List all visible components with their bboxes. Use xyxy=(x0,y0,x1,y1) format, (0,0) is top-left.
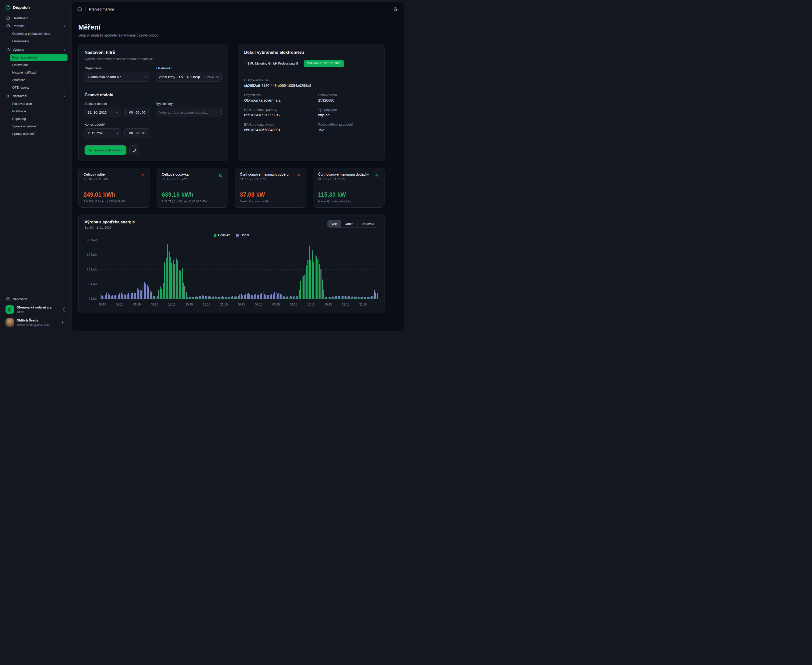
sidebar-item-prochazet-mereni[interactable]: Procházet měření xyxy=(10,54,67,61)
sidebar-toggle-icon[interactable] xyxy=(77,7,82,11)
serial-label: Sériové číslo xyxy=(318,93,378,97)
content: Měření Detailní analýza spotřeby za vybr… xyxy=(72,17,404,331)
bar xyxy=(115,295,116,299)
sidebar-item-planovac-uloh[interactable]: Plánovač úloh xyxy=(10,100,67,107)
bar xyxy=(341,296,342,299)
bar xyxy=(235,296,236,299)
bar xyxy=(122,294,123,299)
top-grid: Nastavení filtrů Vyberte elektroměr a ča… xyxy=(78,44,385,161)
bar xyxy=(308,260,308,299)
bar xyxy=(128,293,129,299)
end-date-select[interactable]: 2. 11. 2025 xyxy=(85,128,121,138)
sidebar-item-reporting[interactable]: Reporting xyxy=(10,115,67,122)
sidebar-item-odberna-mista[interactable]: Odběrná a předávací místa xyxy=(10,30,67,37)
start-time-input[interactable]: 00 : 00 : 00 xyxy=(124,108,151,117)
bar xyxy=(109,295,110,299)
bar xyxy=(231,296,232,299)
bar xyxy=(161,289,162,299)
sidebar-item-sprava-uzivatelu[interactable]: Správa uživatelů xyxy=(10,130,67,138)
bar xyxy=(316,256,317,299)
user-menu[interactable]: Oldřich Šveda oldrich.sveda@gmail.com ⋮ xyxy=(4,316,67,329)
x-tick-label: 09:15 xyxy=(151,303,158,306)
detail-org-field: Organizace Olomoucká solární a.s. xyxy=(244,93,313,102)
end-time-input[interactable]: 00 : 00 : 00 xyxy=(124,128,151,138)
stat-title: Celková dodávka xyxy=(162,172,188,176)
bar xyxy=(173,260,174,299)
meter-value: Areál firmy + FVE 405 kWp xyxy=(159,75,202,79)
measurement-count-value: 193 xyxy=(318,128,378,132)
analyze-button[interactable]: Analyzovat období xyxy=(85,145,126,155)
x-tick-label: 03:15 xyxy=(255,303,262,306)
toggle-odber[interactable]: Odběr xyxy=(341,220,357,228)
bar xyxy=(225,297,226,299)
sidebar-item-dashboard[interactable]: Dashboard xyxy=(4,14,67,22)
quick-filters-select[interactable]: Vyberte přednastavené období... xyxy=(156,108,222,117)
bar xyxy=(344,296,344,299)
sidebar-item-elektromery[interactable]: Elektroměry xyxy=(10,38,67,45)
organization-value: Olomoucká solární a.s. xyxy=(88,75,143,79)
bar xyxy=(209,296,210,299)
start-date-select[interactable]: 31. 10. 2025 xyxy=(85,108,121,117)
bar xyxy=(186,292,187,299)
bar xyxy=(101,295,102,299)
bar xyxy=(293,296,294,299)
bar xyxy=(323,290,324,299)
legend-dodavka: Dodávka xyxy=(214,233,231,237)
bar xyxy=(312,250,313,299)
bar xyxy=(178,270,180,299)
y-tick-label: 24 kWh xyxy=(87,253,97,256)
sidebar-item-sprava-organizaci[interactable]: Správa organizací xyxy=(10,123,67,130)
meter-select[interactable]: Areál firmy + FVE 405 kWp | 2532 xyxy=(156,72,222,82)
bar xyxy=(277,293,278,299)
bar xyxy=(289,296,290,299)
detail-title: Detail vybraného elektroměru xyxy=(244,50,378,55)
bar xyxy=(355,297,356,299)
sidebar-item-ote-reporty[interactable]: OTE reporty xyxy=(10,84,67,91)
bar xyxy=(219,297,220,299)
organization-select[interactable]: Olomoucká solární a.s. xyxy=(85,72,151,82)
bar xyxy=(351,297,352,299)
sidebar-item-historie-notifikaci[interactable]: Historie notifikací xyxy=(10,69,67,76)
bar xyxy=(183,283,184,299)
connection-type-field: Typ připojení http-api xyxy=(318,108,378,117)
org-switcher[interactable]: Olomoucká solární a.s. admin xyxy=(4,303,67,316)
bar xyxy=(302,277,303,299)
toggle-dodavka[interactable]: Dodávka xyxy=(357,220,378,228)
sidebar-item-anomalie[interactable]: Anomálie xyxy=(10,77,67,84)
brand: Dispatch xyxy=(4,3,67,14)
sidebar-item-nastaveni[interactable]: Nastavení › xyxy=(4,92,67,100)
ean-consumption-value: 859182418570999012 xyxy=(244,113,313,117)
bar xyxy=(296,296,297,299)
dispatch-logo-icon xyxy=(5,5,10,10)
detail-badges: EMU Metering GmbH Professional II Ověřen… xyxy=(244,60,378,67)
chart-header: Výroba a spotřeba energie 31. 10. - 2. 1… xyxy=(85,220,378,229)
kebab-menu-icon[interactable]: ⋮ xyxy=(59,320,66,325)
user-email: oldrich.sveda@gmail.com xyxy=(16,323,49,326)
bar xyxy=(114,295,115,299)
sidebar-item-napoveda[interactable]: ? Nápověda xyxy=(4,295,67,303)
bar xyxy=(187,297,188,299)
bar xyxy=(276,291,277,299)
uuid-label: UUID elektroměru xyxy=(244,78,378,82)
sidebar-item-vystupy[interactable]: Výstupy › xyxy=(4,46,67,54)
refresh-button[interactable] xyxy=(129,145,139,155)
sidebar-item-portfolio[interactable]: Portfolio › xyxy=(4,22,67,30)
sidebar-item-notifikace[interactable]: Notifikace xyxy=(10,108,67,115)
sidebar-nav: Dashboard Portfolio › Odběrná a předávac… xyxy=(4,14,67,295)
dark-mode-toggle[interactable] xyxy=(393,7,398,11)
sidebar-item-oprava-dat[interactable]: Oprava dat xyxy=(10,62,67,69)
detail-grid: Organizace Olomoucká solární a.s. Sériov… xyxy=(244,93,378,132)
bar xyxy=(223,297,224,299)
toggle-vse[interactable]: Vše xyxy=(327,220,341,228)
bar xyxy=(116,295,118,299)
bar xyxy=(252,295,254,299)
bar xyxy=(321,269,321,299)
x-tick-label: 09:15 xyxy=(290,303,297,306)
bar xyxy=(189,297,190,299)
bar xyxy=(160,287,161,299)
meter-model-badge: EMU Metering GmbH Professional II xyxy=(244,60,301,67)
bar xyxy=(132,293,133,299)
ean-consumption-label: EAN pro data spotřeby xyxy=(244,108,313,111)
period-title: Časové období xyxy=(85,93,222,97)
bar xyxy=(254,295,255,299)
